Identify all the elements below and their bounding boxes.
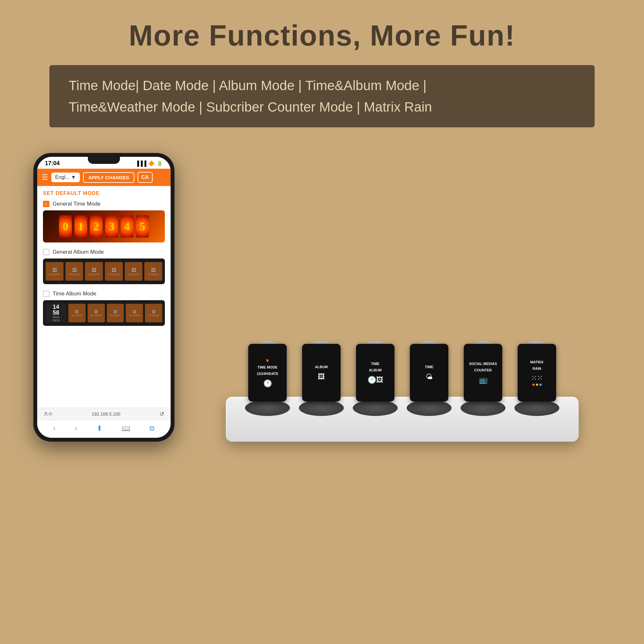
phone-notch — [88, 157, 120, 164]
status-time: 17:04 — [45, 160, 60, 167]
device-weather-icon: 🌤 — [426, 373, 433, 381]
device-ring-5 — [461, 400, 505, 416]
device-ring-2 — [299, 400, 344, 416]
modes-banner: Time Mode| Date Mode | Album Mode | Time… — [49, 65, 595, 127]
album-thumb-6: 🖼NO IMAGE — [144, 262, 162, 281]
lang-label: Engl... — [55, 174, 70, 180]
ta-date: 10/16 — [52, 319, 60, 322]
general-album-check-row: General Album Mode — [43, 249, 165, 255]
phone-container: 17:04 ▐▐▐ 🔶 🔋 ☰ Engl... ▼ — [33, 153, 174, 442]
device-matrix-icon: ⁙⁙ — [531, 374, 543, 382]
album-thumb-2: 🖼NO IMAGE — [65, 262, 83, 281]
general-time-image: 0 1 2 3 4 5 — [43, 210, 165, 242]
album-thumb-1: 🖼NO IMAGE — [46, 262, 64, 281]
general-album-label: General Album Mode — [53, 249, 104, 255]
device-3-line1: TIME — [371, 361, 379, 366]
device-time-album: TIME ALBUM 🕐🖼 — [353, 344, 398, 416]
device-ring-1 — [245, 400, 290, 416]
phone-outer: 17:04 ▐▐▐ 🔶 🔋 ☰ Engl... ▼ — [33, 153, 174, 442]
ip-address: 192.168.5.100 — [92, 411, 121, 417]
device-3-line2: ALBUM — [369, 368, 382, 372]
bookmarks-icon[interactable]: 📖 — [122, 424, 130, 433]
device-1-line2: 12/24H/DATE — [257, 371, 278, 376]
phone-toolbar: ☰ Engl... ▼ APPLY CHANGES CA — [37, 169, 171, 186]
time-album-clock: 14 58 MON 10/16 — [46, 303, 66, 323]
dot-orange — [532, 384, 535, 386]
ta-thumb-5: 🖼NO IMAGE — [145, 304, 162, 322]
nixie-digit-5: 5 — [136, 215, 149, 238]
device-6-line1: MATRIX — [530, 360, 543, 364]
modes-line1: Time Mode| Date Mode | Album Mode | Time… — [69, 75, 575, 96]
device-screen-2: ALBUM 🖼 — [302, 344, 341, 402]
tabs-icon[interactable]: ⧉ — [149, 424, 155, 433]
device-cluster: ▼ TIME MODE 12/24H/DATE 🕐 ALBUM 🖼 — [194, 344, 611, 442]
ta-thumb-3: 🖼NO IMAGE — [107, 304, 124, 322]
device-screen-5: SOCIAL MEDIAS COUNTER 📺 — [464, 344, 502, 402]
menu-icon[interactable]: ☰ — [42, 173, 48, 182]
device-album: ALBUM 🖼 — [299, 344, 344, 416]
device-clock-icon: 🕐 — [263, 379, 272, 388]
general-time-label: General Time Mode — [53, 201, 100, 207]
device-5-line2: COUNTER — [474, 368, 492, 372]
device-screen-1: ▼ TIME MODE 12/24H/DATE 🕐 — [248, 344, 287, 402]
ca-button[interactable]: CA — [138, 172, 153, 183]
ta-thumb-2: 🖼NO IMAGE — [88, 304, 105, 322]
phone-bottom-bar: 大小 192.168.5.100 ↺ — [37, 408, 171, 420]
general-album-section: General Album Mode 🖼NO IMAGE 🖼NO IMAGE 🖼… — [43, 249, 165, 284]
back-icon[interactable]: ‹ — [53, 424, 55, 433]
device-time-weather: TIME 🌤 — [407, 344, 452, 416]
general-time-checkbox[interactable] — [43, 201, 49, 207]
device-social-counter: SOCIAL MEDIAS COUNTER 📺 — [461, 344, 505, 416]
headline: More Functions, More Fun! — [129, 19, 515, 52]
device-tv-icon: 📺 — [479, 376, 487, 384]
page-wrapper: More Functions, More Fun! Time Mode| Dat… — [0, 0, 644, 644]
lang-button[interactable]: Engl... ▼ — [51, 173, 80, 182]
device-triangle-icon: ▼ — [265, 358, 270, 364]
share-icon[interactable]: ⬆ — [97, 424, 102, 433]
album-thumb-3: 🖼NO IMAGE — [85, 262, 103, 281]
phone-nav-bar: ‹ › ⬆ 📖 ⧉ — [37, 420, 171, 438]
general-time-check-row: General Time Mode — [43, 201, 165, 207]
device-matrix-rain: MATRIX RAIN ⁙⁙ — [514, 344, 559, 416]
device-ring-6 — [514, 400, 559, 416]
device-screen-4: TIME 🌤 — [410, 344, 448, 402]
ta-hour: 14 — [53, 304, 59, 310]
device-1-line1: TIME MODE — [258, 365, 277, 369]
time-album-check-row: Time Album Mode — [43, 291, 165, 297]
battery-icon: 🔋 — [157, 160, 163, 166]
nixie-digit-3: 3 — [105, 215, 118, 238]
nixie-display: 0 1 2 3 4 5 — [56, 213, 151, 240]
nixie-digit-4: 4 — [121, 215, 133, 238]
phone-inner: 17:04 ▐▐▐ 🔶 🔋 ☰ Engl... ▼ — [37, 157, 171, 438]
time-album-checkbox[interactable] — [43, 291, 49, 297]
time-album-label: Time Album Mode — [53, 291, 96, 297]
device-4-line1: TIME — [425, 365, 433, 369]
dropdown-arrow-icon: ▼ — [71, 174, 76, 180]
device-ring-4 — [407, 400, 452, 416]
nixie-digit-1: 1 — [74, 215, 87, 238]
signal-icon: ▐▐▐ — [135, 161, 146, 166]
device-6-line2: RAIN — [533, 366, 541, 371]
ta-thumb-4: 🖼NO IMAGE — [126, 304, 143, 322]
ta-thumb-1: 🖼NO IMAGE — [68, 304, 86, 322]
album-thumb-5: 🖼NO IMAGE — [125, 262, 143, 281]
general-album-checkbox[interactable] — [43, 249, 49, 255]
album-thumb-4: 🖼NO IMAGE — [105, 262, 123, 281]
device-5-line1: SOCIAL MEDIAS — [469, 361, 497, 366]
apply-changes-button[interactable]: APPLY CHANGES — [83, 172, 134, 183]
device-screen-3: TIME ALBUM 🕐🖼 — [356, 344, 394, 402]
content-area: 17:04 ▐▐▐ 🔶 🔋 ☰ Engl... ▼ — [33, 153, 611, 442]
general-time-section: General Time Mode 0 1 2 3 4 5 — [43, 201, 165, 242]
time-album-section: Time Album Mode 14 58 MON 10/16 🖼NO IMAG… — [43, 291, 165, 326]
general-album-image: 🖼NO IMAGE 🖼NO IMAGE 🖼NO IMAGE 🖼NO IMAGE … — [43, 258, 165, 284]
set-default-label: SET DEFAULT MODE — [43, 191, 165, 196]
modes-line2: Time&Weather Mode | Subcriber Counter Mo… — [69, 96, 575, 118]
forward-icon[interactable]: › — [75, 424, 77, 433]
ta-day: MON — [53, 316, 59, 319]
size-label: 大小 — [44, 411, 53, 417]
devices-row: ▼ TIME MODE 12/24H/DATE 🕐 ALBUM 🖼 — [245, 344, 559, 442]
dot-yellow — [536, 384, 538, 386]
refresh-icon[interactable]: ↺ — [159, 411, 164, 418]
nixie-digit-2: 2 — [90, 215, 103, 238]
dot-blue — [539, 384, 542, 386]
